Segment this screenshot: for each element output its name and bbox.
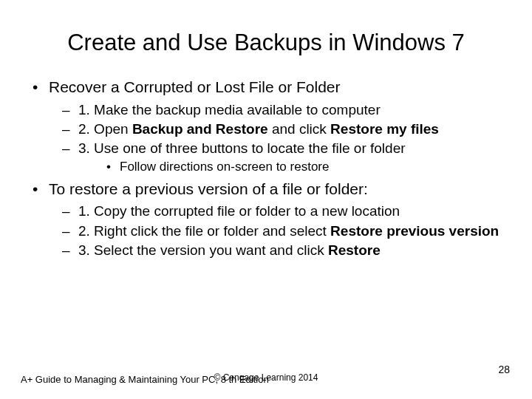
sub-step-1b: 1. Copy the corrupted file or folder to …: [49, 202, 510, 219]
sub-step-3: 3. Use one of three buttons to locate th…: [49, 140, 510, 175]
footer-copyright: © Cengage Learning 2014: [0, 372, 532, 383]
bullet-text: Recover a Corrupted or Lost File or Fold…: [49, 78, 341, 95]
sub-step-2b: 2. Right click the file or folder and se…: [49, 222, 510, 239]
bold-restore: Restore: [328, 242, 381, 258]
bullet-text: To restore a previous version of a file …: [49, 180, 368, 197]
slide-title: Create and Use Backups in Windows 7: [0, 30, 532, 56]
sub-step-3b: 3. Select the version you want and click…: [49, 242, 510, 259]
bold-restore-previous-version: Restore previous version: [330, 223, 499, 239]
sub-sub-follow: Follow directions on-screen to restore: [78, 160, 510, 175]
sub-step-1: 1. Make the backup media available to co…: [49, 101, 510, 118]
slide-body: Recover a Corrupted or Lost File or Fold…: [30, 78, 510, 262]
page-number: 28: [498, 364, 510, 375]
sub-step-2: 2. Open Backup and Restore and click Res…: [49, 120, 510, 137]
bold-backup-restore: Backup and Restore: [132, 121, 268, 137]
bullet-restore-previous: To restore a previous version of a file …: [30, 180, 510, 259]
slide: Create and Use Backups in Windows 7 Reco…: [0, 0, 532, 399]
bullet-recover: Recover a Corrupted or Lost File or Fold…: [30, 78, 510, 175]
bold-restore-my-files: Restore my files: [330, 121, 439, 137]
